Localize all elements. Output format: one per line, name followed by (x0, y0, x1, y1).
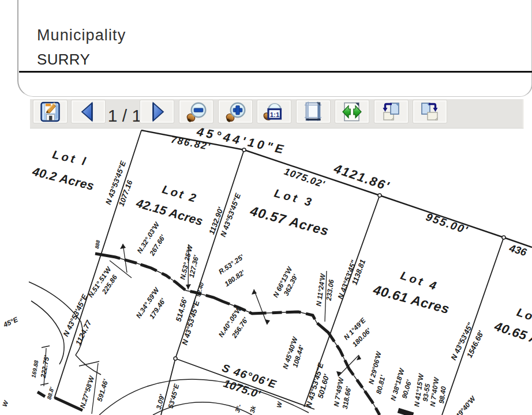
svg-text:169.88: 169.88 (30, 360, 39, 378)
svg-text:Lot 2: Lot 2 (161, 183, 199, 205)
svg-text:1:1: 1:1 (270, 111, 280, 118)
svg-text:40.2 Acres: 40.2 Acres (31, 164, 96, 193)
svg-text:591.46': 591.46' (95, 378, 110, 402)
svg-text:Lot 3: Lot 3 (273, 187, 316, 209)
svg-text:W: W (275, 400, 283, 408)
svg-text:N.27°58'W: N.27°58'W (78, 374, 96, 409)
svg-text:40.57 Acres: 40.57 Acres (248, 203, 331, 239)
svg-text:888: 888 (94, 240, 101, 250)
svg-text:3°-: 3°- (234, 403, 243, 413)
svg-text:45°E: 45°E (2, 315, 20, 330)
svg-text:222.75': 222.75' (39, 354, 51, 379)
svg-text:Lot l: Lot l (51, 148, 89, 168)
svg-text:W: W (1, 399, 10, 408)
svg-text:3.09': 3.09' (155, 393, 167, 410)
svg-text:40.65 Acres: 40.65 Acres (492, 319, 532, 355)
svg-text:1124.77: 1124.77 (74, 319, 93, 347)
svg-text:49°40'W: 49°40'W (454, 394, 478, 415)
svg-text:40.61 Acres: 40.61 Acres (371, 282, 451, 317)
svg-text:3k: 3k (249, 405, 257, 414)
svg-text:955.00': 955.00' (424, 210, 470, 236)
